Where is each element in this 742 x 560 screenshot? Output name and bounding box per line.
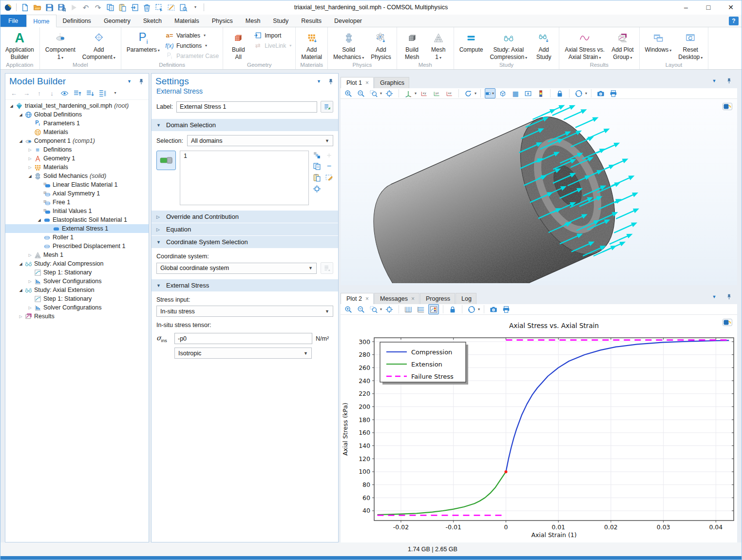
tree-item-step-1-stationary[interactable]: Step 1: Stationary: [5, 268, 149, 277]
close-tab-icon[interactable]: ×: [365, 79, 369, 86]
ribbon-button-windows[interactable]: Windows▾: [642, 29, 675, 54]
label-input[interactable]: [176, 101, 317, 113]
active-toggle-button[interactable]: [156, 151, 176, 170]
new-file-button[interactable]: [19, 2, 30, 13]
ribbon-button-add-material[interactable]: Add Material: [298, 29, 325, 61]
view-yz-button[interactable]: yz: [431, 88, 442, 98]
tree-item-parameters-1[interactable]: PiParameters 1: [5, 119, 149, 128]
ribbon-button-axial-stress-vs-axial-strain[interactable]: Axial Stress vs. Axial Strain▾: [562, 29, 608, 61]
zoom-in-button[interactable]: [343, 88, 354, 98]
paste-selection-button[interactable]: [313, 174, 321, 181]
close-button[interactable]: ✕: [720, 0, 742, 15]
tree-item-linear-elastic-material-1[interactable]: DLinear Elastic Material 1: [5, 180, 149, 189]
tab-log[interactable]: Log: [456, 293, 476, 304]
tree-expander[interactable]: ▷: [27, 253, 33, 257]
auto-update-button[interactable]: [573, 88, 584, 98]
ribbon-button-add-study[interactable]: Add Study: [531, 29, 556, 61]
color-legend-button[interactable]: [535, 88, 546, 98]
plot-colors-button[interactable]: [428, 304, 439, 314]
redo-button[interactable]: ↷: [93, 2, 103, 13]
ribbon-button-application-builder[interactable]: AApplication Builder: [2, 29, 37, 61]
tree-item-geometry-1[interactable]: ▷Geometry 1: [5, 154, 149, 163]
ribbon-button-add-component[interactable]: Add Component▾: [79, 29, 118, 61]
ribbon-tab-developer[interactable]: Developer: [328, 15, 368, 27]
ribbon-tab-file[interactable]: File: [0, 15, 26, 27]
auto-update-button[interactable]: [466, 304, 477, 314]
rotate-button[interactable]: [463, 88, 474, 98]
zoom-out-button[interactable]: [356, 304, 366, 314]
ribbon-button-import[interactable]: Import: [252, 31, 293, 40]
node-text-button[interactable]: [98, 89, 107, 97]
remove-button[interactable]: −: [325, 162, 333, 170]
tab-progress[interactable]: Progress: [420, 293, 455, 304]
ribbon-button-build-mesh[interactable]: Build Mesh: [400, 29, 425, 61]
tree-item-solver-configurations[interactable]: ▷Solver Configurations: [5, 277, 149, 286]
tree-expander[interactable]: ◢: [18, 262, 24, 266]
ribbon-button-add-physics[interactable]: Add Physics: [368, 29, 394, 61]
print-button[interactable]: [501, 304, 512, 314]
expand-all-button[interactable]: [86, 89, 94, 97]
zoom-extents-button[interactable]: [384, 88, 395, 98]
isotropy-dropdown[interactable]: Isotropic ▼: [174, 348, 312, 359]
pin-icon[interactable]: [137, 78, 145, 85]
tree-item-materials[interactable]: ▷Materials: [5, 163, 149, 172]
snapshot-button[interactable]: [595, 88, 606, 98]
tree-expander[interactable]: ◢: [18, 139, 24, 143]
select-box-button[interactable]: [153, 2, 164, 13]
domain-selection-list[interactable]: 1: [180, 151, 309, 205]
paste-button[interactable]: [117, 2, 128, 13]
ribbon-tab-materials[interactable]: Materials: [168, 15, 206, 27]
maximize-button[interactable]: □: [697, 0, 720, 15]
lock-button[interactable]: [554, 88, 565, 98]
preview-button[interactable]: [178, 2, 189, 13]
nav-back-button[interactable]: ←: [10, 89, 18, 97]
nav-forward-button[interactable]: →: [22, 89, 31, 97]
ribbon-tab-home[interactable]: Home: [26, 15, 56, 27]
collapse-all-button[interactable]: [73, 89, 81, 97]
chevron-down-icon[interactable]: ▾: [380, 91, 382, 96]
copy-button[interactable]: [105, 2, 115, 13]
tree-expander[interactable]: ▷: [18, 314, 24, 319]
plot-canvas[interactable]: -0.02-0.0100.010.020.030.044060801001201…: [341, 315, 737, 542]
ribbon-tab-physics[interactable]: Physics: [206, 15, 239, 27]
section-external-stress[interactable]: ▼ External Stress: [152, 279, 338, 291]
tree-expander[interactable]: ▷: [27, 156, 33, 161]
ribbon-tab-definitions[interactable]: Definitions: [57, 15, 97, 27]
ribbon-tab-geometry[interactable]: Geometry: [97, 15, 137, 27]
ribbon-button-parameter-case[interactable]: PiParameter Case: [164, 51, 220, 60]
tree-item-materials[interactable]: Materials: [5, 128, 149, 136]
section-coordinate-system[interactable]: ▼ Coordinate System Selection: [152, 235, 338, 248]
chevron-down-icon[interactable]: ▾: [415, 91, 417, 96]
delete-button[interactable]: [141, 2, 152, 13]
environment-button[interactable]: [523, 88, 533, 98]
coordinate-system-dropdown[interactable]: Global coordinate system ▼: [156, 263, 317, 274]
tab-messages[interactable]: Messages×: [374, 293, 419, 304]
ribbon-button-build-all[interactable]: Build All: [226, 29, 251, 61]
zoom-box-button[interactable]: [368, 88, 379, 98]
ribbon-button-variables[interactable]: a=Variables▾: [164, 31, 220, 40]
view-xy-button[interactable]: xy: [419, 88, 429, 98]
zoom-to-selection-button[interactable]: [313, 185, 321, 193]
tree-item-study-axial-extension[interactable]: ◢Study: Axial Extension: [5, 286, 149, 294]
chevron-down-icon[interactable]: ▾: [380, 307, 382, 311]
chevron-down-icon[interactable]: ▾: [475, 91, 476, 96]
comsol-corner-logo[interactable]: [723, 319, 732, 326]
copy-selection-button[interactable]: [313, 162, 321, 170]
caret-down-blue-icon[interactable]: ▼: [709, 291, 720, 302]
ribbon-button-mesh-1[interactable]: Mesh 1▾: [426, 29, 451, 61]
ribbon-button-functions[interactable]: f(x)Functions▾: [164, 41, 220, 50]
link-selection-button[interactable]: [313, 151, 321, 159]
move-up-button[interactable]: ↑: [35, 89, 43, 97]
y-grid-button[interactable]: [416, 304, 426, 314]
ribbon-button-solid-mechanics[interactable]: Solid Mechanics▾: [330, 29, 367, 61]
tree-item-free-1[interactable]: DFree 1: [5, 198, 149, 207]
add-button[interactable]: +: [325, 151, 333, 159]
lock-button[interactable]: [447, 304, 458, 314]
ribbon-button-parameters[interactable]: PiParameters▾: [124, 29, 163, 54]
ribbon-button-component-1[interactable]: Component 1▾: [42, 29, 78, 61]
tab-plot-1[interactable]: Plot 1×: [341, 77, 374, 88]
go-to-source-button[interactable]: [321, 262, 333, 274]
stress-input-dropdown[interactable]: In-situ stress ▼: [156, 306, 333, 317]
tree-expander[interactable]: ◢: [36, 218, 42, 222]
tree-item-study-axial-compression[interactable]: ◢Study: Axial Compression: [5, 259, 149, 268]
